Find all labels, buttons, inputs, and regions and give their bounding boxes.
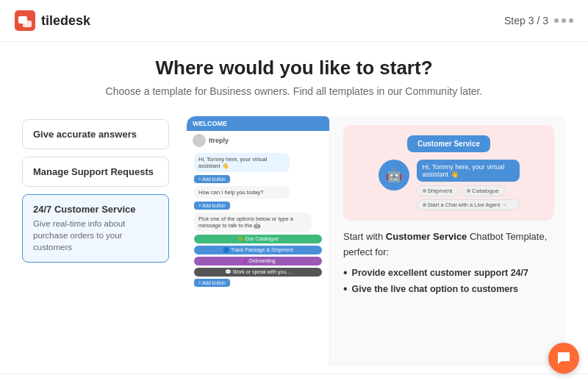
mockup-option-track: 🔵 Track Package & Shipment <box>194 246 322 254</box>
preview-panel: WELCOME Itreply Hi, Tommy here, your vir… <box>187 116 566 366</box>
mockup-chat-pick: Pick one of the options below or type a … <box>194 213 312 232</box>
mockup-header: WELCOME <box>187 116 329 131</box>
option-manage-support-requests[interactable]: Manage Support Requests <box>22 157 169 187</box>
dot-2 <box>562 18 566 23</box>
mockup-chat-greeting: Hi, Tommy here, your virtual assistant 👋 <box>194 153 290 172</box>
bullet-item-1: Provide excellent customer support 24/7 <box>343 266 554 279</box>
mockup-add-button-2: + Add button <box>194 202 230 210</box>
bullet-list: Provide excellent customer support 24/7 … <box>343 266 554 299</box>
logo-text: tiledesk <box>41 13 90 29</box>
bullet-item-2: Give the live chat option to customers <box>343 282 554 296</box>
mockup-option-catalogue: 🟢 Our Catalogue <box>194 235 322 243</box>
mockup-welcome-label: WELCOME <box>193 120 227 127</box>
mockup-option-onboarding: 🟣 Onboarding <box>194 257 322 266</box>
bot-avatar-icon: 🤖 <box>379 160 409 190</box>
dot-1 <box>554 18 559 23</box>
pill-catalogue: Catalogue <box>461 185 504 196</box>
page-subtitle: Choose a template for Business owners. F… <box>29 85 559 97</box>
logo: tiledesk <box>15 10 90 31</box>
chat-fab-icon <box>556 350 572 366</box>
step-dots <box>554 18 573 23</box>
footer: IMPORT CHATBOT or Start from scratch <box>0 374 588 381</box>
tiledesk-logo-icon <box>15 10 35 31</box>
chatbot-mockup: WELCOME Itreply Hi, Tommy here, your vir… <box>187 116 330 366</box>
header: tiledesk Step 3 / 3 <box>0 0 588 42</box>
dot-3 <box>569 18 573 23</box>
content-area: Give accurate answers Manage Support Req… <box>0 109 588 374</box>
option-desc-customer-service: Give real-time info about purchase order… <box>33 218 158 253</box>
pill-shipment: Shipment <box>417 185 459 196</box>
main-heading-section: Where would you like to start? Choose a … <box>0 42 588 109</box>
template-options-list: Give accurate answers Manage Support Req… <box>22 116 169 366</box>
mockup-body: Hi, Tommy here, your virtual assistant 👋… <box>193 149 323 294</box>
mockup-add-button-1: + Add button <box>194 175 230 183</box>
step-label: Step 3 / 3 <box>504 15 548 26</box>
illustration-box: Customer Service 🤖 Hi, Tommy here, your … <box>343 125 554 221</box>
pill-live-agent: Start a Chat with a Live Agent → <box>417 199 520 210</box>
mockup-brand-label: Itreply <box>209 137 229 144</box>
right-panel: Customer Service 🤖 Hi, Tommy here, your … <box>340 116 566 366</box>
option-customer-service[interactable]: 24/7 Customer Service Give real-time inf… <box>22 194 169 263</box>
option-label-customer-service: 24/7 Customer Service <box>33 204 158 215</box>
chat-fab-button[interactable] <box>548 343 579 374</box>
option-label-give-accurate-answers: Give accurate answers <box>33 129 158 140</box>
option-label-manage-support: Manage Support Requests <box>33 166 158 177</box>
step-indicator: Step 3 / 3 <box>504 15 573 26</box>
option-give-accurate-answers[interactable]: Give accurate answers <box>22 119 169 149</box>
mockup-add-button-3: + Add button <box>194 279 230 287</box>
mockup-chat-question: How can I help you today? <box>194 186 290 199</box>
cs-card-label: Customer Service <box>407 135 490 152</box>
mockup-option-speak: 💬 Work or speak with you… <box>194 268 322 277</box>
description-text: Start with Customer Service Chatbot Temp… <box>343 229 554 260</box>
pill-buttons: Shipment Catalogue <box>417 185 520 196</box>
svg-rect-2 <box>23 21 32 27</box>
bubble-greeting: Hi, Tommy here, your virtual assistant 👋 <box>417 160 520 182</box>
page-title: Where would you like to start? <box>29 57 559 79</box>
